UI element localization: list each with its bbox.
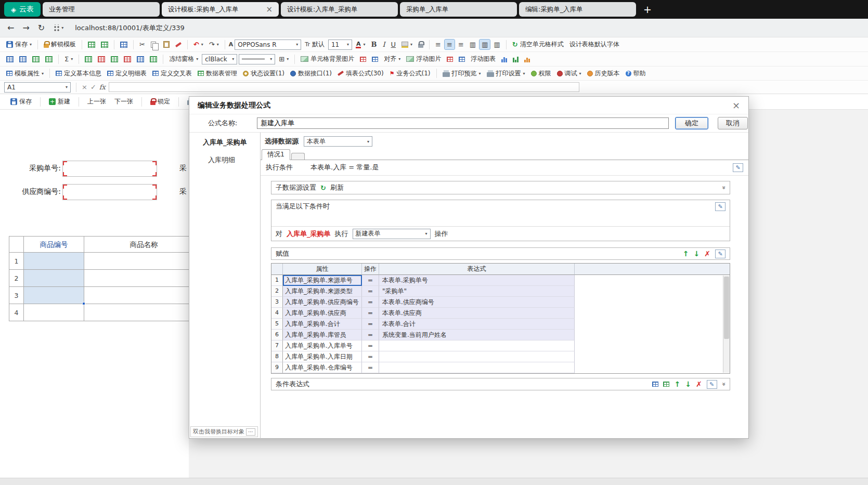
refresh-icon[interactable]: ↻ [320, 184, 326, 192]
business-formula-button[interactable]: ⚑ 业务公式(1) [387, 68, 433, 79]
insert-table-button[interactable] [30, 55, 42, 63]
operator-cell[interactable]: = [362, 297, 379, 308]
unlock-template-button[interactable]: 解锁模板 [42, 39, 78, 50]
expression-cell[interactable]: 系统变量.当前用户姓名 [379, 330, 575, 340]
operator-cell[interactable]: = [362, 362, 379, 373]
permissions-button[interactable]: 权限 [529, 68, 553, 79]
column-chart-button[interactable] [511, 55, 521, 63]
print-preview-button[interactable]: 打印预览 ▾ [441, 68, 483, 79]
row-number[interactable]: 1 [9, 253, 24, 270]
replace-target-hint[interactable]: 双击我替换目标对象 ⋯ [190, 426, 258, 437]
form-new-button[interactable]: + 新建 [47, 96, 72, 107]
font-select[interactable]: OPPOSans R ▾ [235, 40, 301, 50]
save-button[interactable]: 保存 ▾ [4, 39, 34, 50]
row-number[interactable]: 9 [271, 362, 283, 373]
expand-chevron-icon[interactable]: » [720, 186, 727, 189]
print-settings-button[interactable]: 打印设置 ▾ [485, 68, 527, 79]
floating-image-button[interactable]: 浮动图片 [404, 54, 443, 64]
align-center-button[interactable]: ≡ [445, 40, 455, 49]
tab-business-management[interactable]: 业务管理 [43, 2, 160, 17]
floating-chart-button[interactable]: 浮动图表 [469, 54, 498, 64]
delete-icon[interactable]: ✗ [704, 250, 710, 258]
expression-cell[interactable] [379, 340, 575, 351]
form-save-button[interactable]: 保存 [8, 96, 34, 107]
refresh-label[interactable]: 刷新 [330, 183, 344, 192]
data-table-manage-button[interactable]: 数据表管理 [196, 68, 239, 79]
line-style-select[interactable]: ▾ [239, 54, 275, 64]
target-object-name[interactable]: 入库单_采购单 [287, 229, 331, 239]
bold-button[interactable]: B [369, 40, 379, 49]
underline-button[interactable]: U [389, 40, 398, 49]
operator-cell[interactable]: = [362, 319, 379, 330]
edit-conditions-button[interactable]: ✎ [715, 202, 726, 211]
selection-handle[interactable] [82, 302, 85, 305]
expression-cell[interactable] [379, 351, 575, 362]
insert-row-button[interactable] [83, 55, 94, 63]
vertical-align-button[interactable]: ▥ [491, 40, 502, 49]
debug-button[interactable]: 调试 ▾ [555, 68, 584, 79]
property-cell[interactable]: 入库单_采购单.合计 [283, 319, 362, 330]
target-item-inbound-order[interactable]: 入库单_采购单 [189, 133, 260, 147]
define-cross-table-button[interactable]: 定义交叉表 [150, 68, 194, 79]
undo-button[interactable]: ↶ ▾ [191, 40, 205, 49]
supplier-no-input[interactable] [62, 184, 157, 200]
formula-name-input[interactable] [257, 117, 669, 129]
align-right-button[interactable]: ≡ [456, 40, 466, 49]
back-icon[interactable]: ← [7, 23, 14, 33]
delete-table-button[interactable] [43, 55, 55, 63]
expression-cell[interactable]: 本表单.供应商编号 [379, 297, 575, 308]
cancel-button[interactable]: 取消 [718, 117, 748, 129]
address-bar[interactable]: localhost:88/10001/表单定义/339 [75, 23, 185, 33]
app-grid-menu[interactable]: ▾ [53, 24, 63, 31]
row-number[interactable]: 3 [9, 287, 24, 304]
cut-button[interactable]: ✂ [137, 40, 147, 49]
edit-assignment-button[interactable]: ✎ [715, 250, 726, 258]
property-cell[interactable]: 入库单_采购单.来源单号 [283, 275, 362, 286]
edit-condition-button[interactable]: ✎ [733, 163, 743, 172]
remove-cell-image-button[interactable] [358, 56, 368, 63]
italic-button[interactable]: I [380, 40, 387, 49]
freeze-panes-button[interactable]: 冻结窗格 ▾ [167, 54, 200, 64]
tab-edit-form[interactable]: 编辑:采购单_入库单 [519, 2, 636, 17]
remove-floating-image-button[interactable] [445, 56, 455, 63]
history-versions-button[interactable]: 历史版本 [585, 68, 622, 79]
row-number[interactable]: 4 [9, 304, 24, 321]
add-floating-image-button[interactable] [457, 56, 467, 63]
delete-icon[interactable]: ✗ [696, 380, 702, 388]
previous-record-button[interactable]: 上一张 [85, 96, 108, 107]
define-detail-table-button[interactable]: 定义明细表 [105, 68, 149, 79]
dialog-close-icon[interactable]: × [732, 100, 740, 111]
formula-input[interactable] [109, 82, 579, 92]
action-select[interactable]: 新建表单 ▾ [353, 229, 431, 239]
property-cell[interactable]: 入库单_采购单.供应商 [283, 308, 362, 319]
datasource-select[interactable]: 本表单 ▾ [304, 136, 372, 147]
property-cell[interactable]: 入库单_采购单.入库日期 [283, 351, 362, 362]
insert-column-button[interactable] [109, 55, 120, 63]
product-name-cell[interactable] [84, 304, 189, 321]
add-group-icon[interactable] [663, 382, 669, 387]
align-justify-button[interactable]: ▥ [468, 40, 478, 49]
add-case-tab[interactable] [291, 153, 305, 160]
reload-icon[interactable]: ↻ [38, 23, 45, 33]
grid-scrollbar-thumb[interactable] [724, 277, 729, 339]
product-name-cell[interactable] [84, 253, 189, 270]
lock-button[interactable]: 锁定 [148, 96, 172, 107]
paste-button[interactable] [161, 40, 172, 49]
purchase-order-no-input[interactable] [62, 161, 157, 177]
target-item-inbound-detail[interactable]: 入库明细 [189, 147, 260, 165]
product-name-cell[interactable] [84, 287, 189, 304]
autosum-button[interactable]: Σ ▾ [62, 54, 75, 64]
delete-cell-button[interactable] [148, 55, 159, 63]
merge-cells-button[interactable] [4, 55, 16, 63]
expression-cell[interactable]: 本表单.合计 [379, 319, 575, 330]
fx-icon[interactable]: fx [99, 83, 106, 91]
delete-row-button[interactable] [96, 55, 107, 63]
cell-background-image-button[interactable]: 单元格背景图片 [299, 54, 356, 64]
product-name-cell[interactable] [84, 270, 189, 287]
product-code-cell[interactable] [24, 253, 84, 270]
text-style-button[interactable]: Tr 默认 [303, 39, 327, 50]
operator-cell[interactable]: = [362, 340, 379, 351]
borders-button[interactable]: ⊞ ▾ [277, 54, 291, 64]
operator-cell[interactable]: = [362, 308, 379, 319]
grid-scrollbar[interactable] [723, 276, 730, 373]
